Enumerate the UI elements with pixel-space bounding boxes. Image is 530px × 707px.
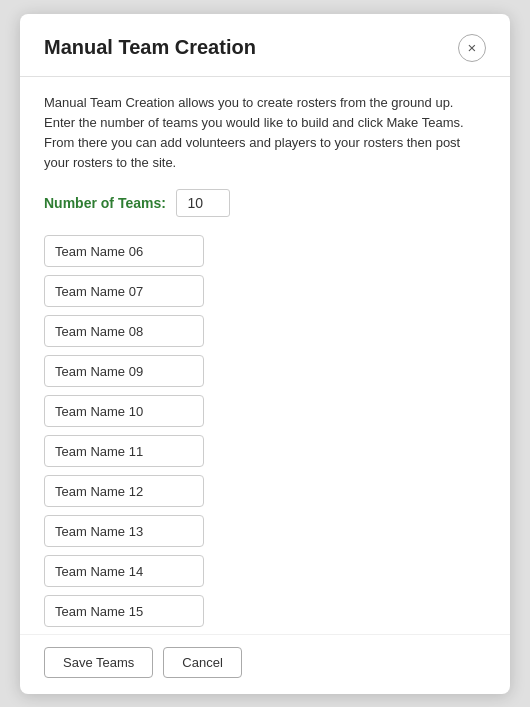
team-name-input-team-08[interactable]	[44, 315, 204, 347]
modal-title: Manual Team Creation	[44, 36, 256, 59]
save-teams-button[interactable]: Save Teams	[44, 647, 153, 678]
modal-overlay: Manual Team Creation × Manual Team Creat…	[0, 0, 530, 707]
team-name-input-team-13[interactable]	[44, 515, 204, 547]
modal-container: Manual Team Creation × Manual Team Creat…	[20, 14, 510, 694]
modal-header: Manual Team Creation ×	[20, 14, 510, 77]
num-teams-label: Number of Teams:	[44, 195, 166, 211]
num-teams-row: Number of Teams:	[44, 189, 486, 217]
cancel-button[interactable]: Cancel	[163, 647, 241, 678]
team-name-input-team-12[interactable]	[44, 475, 204, 507]
team-name-input-team-07[interactable]	[44, 275, 204, 307]
team-name-input-team-15[interactable]	[44, 595, 204, 627]
modal-body: Manual Team Creation allows you to creat…	[20, 77, 510, 634]
team-name-input-team-14[interactable]	[44, 555, 204, 587]
team-name-input-team-10[interactable]	[44, 395, 204, 427]
team-name-input-team-09[interactable]	[44, 355, 204, 387]
team-list	[44, 235, 486, 627]
team-name-input-team-11[interactable]	[44, 435, 204, 467]
team-name-input-team-06[interactable]	[44, 235, 204, 267]
modal-footer: Save Teams Cancel	[20, 634, 510, 694]
description-text: Manual Team Creation allows you to creat…	[44, 93, 486, 174]
num-teams-input[interactable]	[176, 189, 230, 217]
close-button[interactable]: ×	[458, 34, 486, 62]
